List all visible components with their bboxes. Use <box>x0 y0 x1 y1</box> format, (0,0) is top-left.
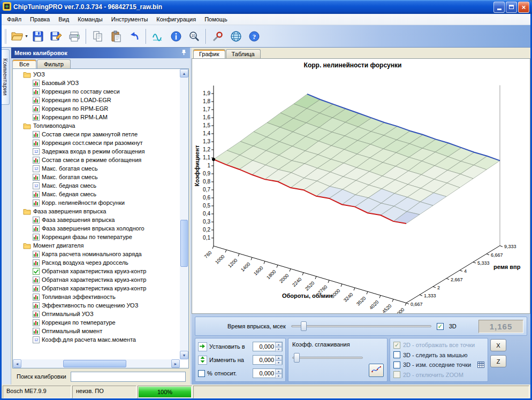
tree-item[interactable]: Оптимальный момент <box>13 327 179 335</box>
spinner-value[interactable]: 0,000 <box>253 369 275 378</box>
info-button[interactable] <box>168 28 185 45</box>
tree-item[interactable]: Коррекция по RPM-LAM <box>13 113 179 121</box>
tree-item[interactable]: Фаза завершения впрыска <box>13 216 179 224</box>
relative-spinner[interactable]: 0,000▲▼ <box>253 368 283 378</box>
x-axis-button[interactable]: X <box>490 339 506 351</box>
scroll-thumb[interactable] <box>180 220 188 267</box>
change-value-button[interactable] <box>198 356 207 365</box>
maximize-button[interactable] <box>506 2 517 13</box>
3d-checkbox[interactable]: ✓ <box>437 323 444 330</box>
tree-item[interactable]: УОЗ <box>13 70 179 79</box>
tree-item[interactable]: Момент двигателя <box>13 241 179 250</box>
paste-button[interactable] <box>108 28 125 45</box>
tree-item[interactable]: Фаза завершения впрыска <box>13 207 179 216</box>
set-value-spinner[interactable]: 0,000▲▼ <box>253 342 283 351</box>
tree-item[interactable]: 12Коэфф.для расчета макс.момента <box>13 335 179 344</box>
save-as-button[interactable] <box>48 28 65 45</box>
option-checkbox[interactable] <box>393 371 400 378</box>
scroll-thumb-h[interactable] <box>63 360 126 367</box>
spin-up-button[interactable]: ▲ <box>275 369 282 374</box>
filter-tab[interactable]: Фильтр <box>37 59 71 68</box>
grid-icon[interactable] <box>477 361 484 368</box>
tree-item[interactable]: Коррекция сост.смеси при разомкнут <box>13 139 179 147</box>
menu-item[interactable]: Вид <box>54 14 73 24</box>
tree-vertical-scrollbar[interactable]: ▲ ▼ <box>180 69 188 359</box>
filter-tab[interactable]: Все <box>12 59 36 68</box>
tree-item[interactable]: 12Макс. богатая смесь <box>13 164 179 173</box>
chart-area[interactable]: Корр. нелинейности форсунки0,10,20,30,40… <box>192 58 530 314</box>
zoom-button[interactable]: 10 <box>186 28 203 45</box>
tree-item[interactable]: Эффективность по смещению УОЗ <box>13 301 179 310</box>
internet-button[interactable] <box>227 28 245 45</box>
help-button[interactable]: ? <box>246 28 263 45</box>
scroll-right-button[interactable]: ► <box>171 359 180 368</box>
scroll-left-button[interactable]: ◄ <box>13 359 21 368</box>
titlebar[interactable]: ChipTuningPRO ver.7.0.3.734 - 96842715_r… <box>0 0 532 14</box>
tree-item[interactable]: 12Макс. бедная смесь <box>13 181 179 190</box>
open-button[interactable]: ▼ <box>11 28 28 45</box>
display-option[interactable]: 2D - отключить ZOOM <box>393 370 484 379</box>
toolbar-grip[interactable] <box>5 29 7 44</box>
copy-button[interactable] <box>89 28 107 45</box>
tree-item[interactable]: Базовый УОЗ <box>13 79 179 87</box>
spin-up-button[interactable]: ▲ <box>275 356 282 360</box>
tuning-button[interactable] <box>209 28 226 45</box>
scroll-track[interactable] <box>180 78 188 351</box>
tree-item[interactable]: Обратная характеристика круиз-контр <box>13 267 179 275</box>
slider-thumb[interactable] <box>301 321 307 331</box>
tree-item[interactable]: Корр. нелинейности форсунки <box>13 198 179 207</box>
tree-item[interactable]: Макс. богатая смесь <box>13 173 179 181</box>
tree-item[interactable]: Коррекция по составу смеси <box>13 87 179 96</box>
option-checkbox[interactable] <box>393 351 400 358</box>
tree-item[interactable]: Коррекция по LOAD-EGR <box>13 96 179 104</box>
tree-item[interactable]: Состав смеси при замкнутой петле <box>13 130 179 139</box>
tree-item[interactable]: Карта расчета номинального заряда <box>13 250 179 258</box>
tree-item[interactable]: Коррекция по RPM-EGR <box>13 104 179 113</box>
tree-item[interactable]: Топливная эффективность <box>13 293 179 301</box>
calibration-search-input[interactable] <box>71 372 186 382</box>
surface-chart[interactable]: Корр. нелинейности форсунки0,10,20,30,40… <box>192 59 530 313</box>
apply-smoothing-button[interactable] <box>369 364 384 377</box>
display-option[interactable]: 3D - следить за мышью <box>393 350 484 359</box>
checksum-button[interactable] <box>149 28 166 45</box>
tree-item[interactable]: Макс. бедная смесь <box>13 190 179 198</box>
z-axis-button[interactable]: Z <box>490 355 506 367</box>
injection-time-slider[interactable] <box>291 321 431 332</box>
tree-item[interactable]: Коррекция по температуре <box>13 318 179 327</box>
view-tab[interactable]: Таблица <box>226 49 261 58</box>
scroll-track-h[interactable] <box>21 359 171 368</box>
display-option[interactable]: ✓2D - отображать все точки <box>393 341 484 350</box>
comments-tab[interactable]: Комментарии <box>2 49 10 105</box>
undo-button[interactable] <box>126 28 143 45</box>
minimize-button[interactable] <box>493 2 505 13</box>
smoothing-slider[interactable] <box>292 352 363 363</box>
tree-horizontal-scrollbar[interactable]: ◄ ► <box>13 359 180 368</box>
open-dropdown-arrow[interactable]: ▼ <box>25 34 28 38</box>
spin-down-button[interactable]: ▼ <box>275 347 282 352</box>
pin-icon[interactable] <box>181 49 187 57</box>
save-button[interactable] <box>29 28 47 45</box>
menu-item[interactable]: Инструменты <box>107 14 153 24</box>
set-value-button[interactable] <box>198 342 207 351</box>
slider-thumb[interactable] <box>294 353 300 363</box>
tree-item[interactable]: Обратная характеристика круиз-контр <box>13 284 179 293</box>
menu-item[interactable]: Конфигурация <box>152 14 200 24</box>
option-checkbox[interactable]: ✓ <box>393 342 400 349</box>
option-checkbox[interactable] <box>393 361 400 368</box>
print-button[interactable] <box>66 28 83 45</box>
tree-item[interactable]: Коррекция фазы по температуре <box>13 233 179 241</box>
menu-item[interactable]: Файл <box>3 14 26 24</box>
view-tab[interactable]: График <box>193 49 225 58</box>
tree-item[interactable]: Оптимальный УОЗ <box>13 310 179 318</box>
close-button[interactable]: × <box>518 2 529 13</box>
menu-item[interactable]: Помощь <box>200 14 232 24</box>
tree-item[interactable]: Обратная характеристика круиз-контр <box>13 275 179 284</box>
spin-down-button[interactable]: ▼ <box>275 360 282 365</box>
spinner-value[interactable]: 0,000 <box>253 342 275 351</box>
spin-up-button[interactable]: ▲ <box>275 342 282 347</box>
percent-checkbox[interactable] <box>198 370 205 377</box>
scroll-up-button[interactable]: ▲ <box>180 69 188 78</box>
scroll-down-button[interactable]: ▼ <box>180 351 188 359</box>
change-value-spinner[interactable]: 0,000▲▼ <box>253 355 283 365</box>
tree-item[interactable]: Состав смеси в режиме обогащения <box>13 156 179 164</box>
